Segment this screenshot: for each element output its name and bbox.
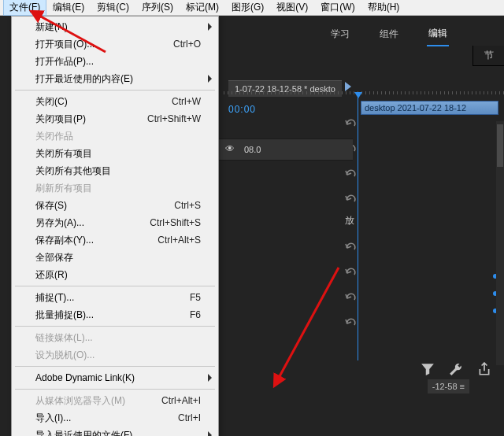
- file-menu-item[interactable]: Adobe Dynamic Link(K): [13, 369, 217, 386]
- eye-icon[interactable]: 👁: [225, 143, 238, 156]
- undo-icon[interactable]: [345, 167, 358, 179]
- time-ruler[interactable]: [224, 91, 504, 94]
- menu-item-label: 关闭所有项目: [35, 147, 201, 161]
- file-menu-item[interactable]: 新建(N): [13, 18, 217, 35]
- menu-item-label: 捕捉(T)...: [35, 291, 190, 305]
- tab-assembly[interactable]: 组件: [378, 23, 400, 46]
- menu-item-label: 全部保存: [35, 251, 201, 264]
- workspace-tabs: 学习 组件 编辑: [219, 20, 504, 47]
- menu-item-shortcut: F6: [190, 309, 201, 320]
- footer-timecode: -12-58 ≡: [428, 379, 469, 394]
- file-menu-item[interactable]: 打开项目(O)...Ctrl+O: [13, 35, 217, 53]
- menu-item-shortcut: F5: [190, 292, 201, 303]
- file-menu-item[interactable]: 关闭所有其他项目: [13, 162, 217, 179]
- tab-learn[interactable]: 学习: [329, 23, 351, 46]
- file-menu-item[interactable]: 导入最近使用的文件(F): [13, 427, 217, 436]
- menu-item-shortcut: Ctrl+Alt+I: [161, 395, 201, 406]
- file-menu-item[interactable]: 关闭项目(P)Ctrl+Shift+W: [13, 110, 217, 127]
- track-header[interactable]: 👁 08.0: [219, 139, 353, 161]
- share-icon[interactable]: [477, 362, 491, 376]
- menu-item-shortcut: Ctrl+I: [178, 412, 201, 423]
- file-menu-item[interactable]: 另存为(A)...Ctrl+Shift+S: [13, 214, 217, 231]
- track-label: 08.0: [244, 145, 261, 154]
- filter-icon[interactable]: [421, 362, 435, 376]
- playhead[interactable]: [358, 93, 358, 360]
- file-menu-item[interactable]: 关闭所有项目: [13, 145, 217, 162]
- undo-icon[interactable]: [345, 116, 358, 129]
- menu-item-shortcut: Ctrl+Shift+W: [147, 113, 201, 124]
- menu-item-label: 导入(I)...: [35, 412, 178, 425]
- menu-item-label: 从媒体浏览器导入(M): [35, 394, 161, 408]
- file-menu-item: 设为脱机(O)...: [13, 346, 217, 364]
- file-menu-item[interactable]: 导入(I)...Ctrl+I: [13, 409, 217, 427]
- menu-edit[interactable]: 编辑(E): [46, 0, 91, 16]
- menu-item-label: 打开最近使用的内容(E): [35, 72, 201, 86]
- scrollbar-thumb[interactable]: [497, 124, 503, 167]
- menu-item-label: 打开作品(P)...: [35, 55, 201, 68]
- menu-help[interactable]: 帮助(H): [361, 0, 406, 16]
- file-menu-item[interactable]: 捕捉(T)...F5: [13, 289, 217, 306]
- menu-item-label: 链接媒体(L)...: [35, 331, 201, 345]
- file-menu-item[interactable]: 打开作品(P)...: [13, 53, 217, 70]
- menu-item-label: 关闭作品: [35, 130, 201, 143]
- file-menu-item: 链接媒体(L)...: [13, 329, 217, 346]
- undo-icon[interactable]: [345, 290, 358, 303]
- file-menu-item[interactable]: 关闭(C)Ctrl+W: [13, 93, 217, 110]
- menu-item-label: 保存副本(Y)...: [35, 234, 158, 247]
- file-menu-item[interactable]: 保存副本(Y)...Ctrl+Alt+S: [13, 231, 217, 249]
- panel-tab[interactable]: 节: [472, 46, 504, 66]
- timecode: 00:00: [228, 104, 256, 115]
- timeline-panel: 节 1-07-22 18-12-58 * deskto 00:00 deskto…: [219, 46, 504, 436]
- timeline-clip[interactable]: desktop 2021-07-22 18-12: [361, 101, 498, 115]
- menu-view[interactable]: 视图(V): [270, 0, 314, 16]
- menu-item-label: 关闭(C): [35, 95, 172, 109]
- menu-graphics[interactable]: 图形(G): [225, 0, 270, 16]
- menu-window[interactable]: 窗口(W): [314, 0, 361, 16]
- play-icon[interactable]: [345, 82, 351, 91]
- menu-item-label: 保存(S): [35, 199, 174, 212]
- clip-label: desktop 2021-07-22 18-12: [365, 103, 466, 113]
- file-menu: 新建(N)打开项目(O)...Ctrl+O打开作品(P)...打开最近使用的内容…: [11, 16, 219, 436]
- menu-file[interactable]: 文件(F): [3, 0, 46, 16]
- menu-item-shortcut: Ctrl+Alt+S: [158, 235, 201, 246]
- menu-item-label: 导入最近使用的文件(F): [35, 429, 201, 437]
- file-menu-item[interactable]: 批量捕捉(B)...F6: [13, 306, 217, 323]
- menu-item-label: 新建(N): [35, 20, 201, 34]
- menu-item-label: 批量捕捉(B)...: [35, 309, 190, 322]
- menu-item-label: 设为脱机(O)...: [35, 349, 201, 362]
- menu-item-label: Adobe Dynamic Link(K): [35, 372, 201, 383]
- undo-icon[interactable]: [345, 240, 358, 253]
- file-menu-item[interactable]: 全部保存: [13, 249, 217, 266]
- menu-marker[interactable]: 标记(M): [180, 0, 225, 16]
- file-menu-item[interactable]: 打开最近使用的内容(E): [13, 70, 217, 87]
- menu-item-shortcut: Ctrl+O: [173, 39, 201, 50]
- menu-item-label: 还原(R): [35, 268, 201, 282]
- undo-icon[interactable]: [345, 265, 358, 278]
- menu-item-label: 关闭项目(P): [35, 113, 147, 126]
- timeline-tools: [421, 362, 491, 376]
- menu-clip[interactable]: 剪辑(C): [91, 0, 135, 16]
- file-menu-item: 关闭作品: [13, 127, 217, 145]
- menu-bar: 文件(F) 编辑(E) 剪辑(C) 序列(S) 标记(M) 图形(G) 视图(V…: [0, 0, 504, 16]
- scrollbar-vertical[interactable]: [496, 121, 504, 365]
- menu-item-label: 关闭所有其他项目: [35, 164, 201, 178]
- file-menu-item[interactable]: 还原(R): [13, 266, 217, 283]
- menu-sequence[interactable]: 序列(S): [135, 0, 180, 16]
- file-menu-item: 从媒体浏览器导入(M)Ctrl+Alt+I: [13, 392, 217, 409]
- menu-item-shortcut: Ctrl+S: [174, 200, 201, 211]
- menu-item-label: 刷新所有项目: [35, 182, 201, 195]
- undo-icon[interactable]: [345, 316, 358, 328]
- menu-item-shortcut: Ctrl+Shift+S: [150, 217, 201, 228]
- menu-item-label: 另存为(A)...: [35, 216, 150, 230]
- wrench-icon[interactable]: [449, 362, 463, 376]
- file-menu-item[interactable]: 保存(S)Ctrl+S: [13, 197, 217, 214]
- play-label: 放: [345, 214, 358, 227]
- file-menu-item: 刷新所有项目: [13, 179, 217, 197]
- undo-icon[interactable]: [345, 192, 358, 205]
- menu-item-shortcut: Ctrl+W: [172, 96, 201, 107]
- tab-edit[interactable]: 编辑: [427, 22, 449, 46]
- menu-item-label: 打开项目(O)...: [35, 38, 173, 51]
